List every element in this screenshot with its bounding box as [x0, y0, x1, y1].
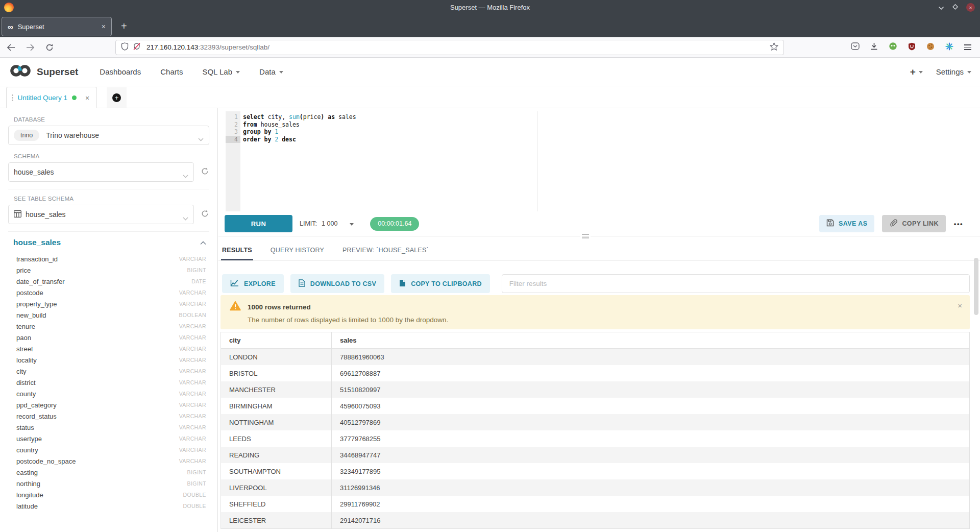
- nav-item-dashboards[interactable]: Dashboards: [100, 67, 141, 76]
- settings-menu[interactable]: Settings: [936, 67, 971, 76]
- results-tab-query-history[interactable]: QUERY HISTORY: [270, 247, 325, 260]
- forward-icon[interactable]: [26, 44, 35, 51]
- database-select[interactable]: trino Trino warehouse: [8, 126, 209, 145]
- results-tab-preview-house-sales[interactable]: PREVIEW: `HOUSE_SALES`: [341, 247, 430, 260]
- results-tab-results[interactable]: RESULTS: [221, 247, 253, 260]
- schema-select[interactable]: house_sales: [8, 162, 194, 182]
- run-button[interactable]: RUN: [225, 215, 292, 232]
- table-column-row[interactable]: new_buildBOOLEAN: [8, 309, 209, 321]
- downloads-icon[interactable]: [870, 42, 878, 52]
- new-query-tab-zone[interactable]: +: [107, 87, 127, 108]
- table-column-row[interactable]: cityVARCHAR: [8, 366, 209, 377]
- editor-code-line[interactable]: select city, sum(price) as sales: [243, 113, 980, 121]
- connection-not-secure-icon[interactable]: [133, 42, 141, 53]
- browser-tab[interactable]: ∞ Superset ×: [2, 17, 112, 36]
- table-column-row[interactable]: longitudeDOUBLE: [8, 489, 209, 500]
- table-row[interactable]: LEEDS37779768255: [221, 430, 969, 447]
- pocket-icon[interactable]: [851, 42, 860, 53]
- table-column-row[interactable]: priceBIGINT: [8, 264, 209, 276]
- explore-button[interactable]: EXPLORE: [222, 274, 284, 293]
- add-query-tab-icon[interactable]: +: [112, 93, 121, 102]
- table-row[interactable]: LEICESTER29142071716: [221, 512, 969, 528]
- table-column-row[interactable]: ppd_categoryVARCHAR: [8, 399, 209, 410]
- alert-close-icon[interactable]: ×: [958, 301, 962, 310]
- table-schema-heading[interactable]: house_sales: [13, 238, 61, 247]
- table-row[interactable]: SHEFFIELD29911769902: [221, 496, 969, 512]
- more-actions-button[interactable]: •••: [954, 220, 963, 228]
- nav-item-charts[interactable]: Charts: [160, 67, 183, 76]
- reload-icon[interactable]: [45, 43, 54, 52]
- bookmark-star-icon[interactable]: [770, 42, 778, 53]
- splitter-grip-icon[interactable]: [580, 233, 591, 239]
- table-column-row[interactable]: latitudeDOUBLE: [8, 500, 209, 512]
- table-column-row[interactable]: record_statusVARCHAR: [8, 410, 209, 422]
- ublock-extension-icon[interactable]: [908, 42, 916, 53]
- query-tab-close-icon[interactable]: ×: [85, 94, 89, 102]
- filter-results-input[interactable]: [502, 274, 970, 293]
- table-column-row[interactable]: usertypeVARCHAR: [8, 433, 209, 444]
- table-column-row[interactable]: northingBIGINT: [8, 478, 209, 489]
- table-row[interactable]: READING34468947747: [221, 447, 969, 463]
- superset-logo[interactable]: [9, 63, 32, 80]
- window-maximize-button[interactable]: [952, 3, 959, 12]
- refresh-tables-icon[interactable]: [201, 209, 209, 220]
- table-column-row[interactable]: countryVARCHAR: [8, 444, 209, 455]
- table-column-row[interactable]: localityVARCHAR: [8, 354, 209, 366]
- table-column-row[interactable]: postcode_no_spaceVARCHAR: [8, 455, 209, 467]
- editor-code[interactable]: select city, sum(price) as salesfrom hou…: [243, 111, 980, 143]
- table-column-row[interactable]: countyVARCHAR: [8, 388, 209, 399]
- header-cell-city[interactable]: city: [221, 332, 332, 348]
- header-cell-sales[interactable]: sales: [332, 332, 969, 348]
- nav-item-sql-lab[interactable]: SQL Lab: [202, 67, 240, 76]
- table-row[interactable]: NOTTINGHAM40512797869: [221, 414, 969, 430]
- brand-name[interactable]: Superset: [37, 66, 78, 78]
- tracking-protection-shield-icon[interactable]: [121, 42, 129, 53]
- query-tab-title[interactable]: Untitled Query 1: [18, 94, 68, 102]
- nav-item-data[interactable]: Data: [259, 67, 283, 76]
- query-tab[interactable]: Untitled Query 1 ×: [6, 87, 97, 108]
- new-tab-button[interactable]: +: [121, 21, 127, 31]
- table-column-row[interactable]: eastingBIGINT: [8, 467, 209, 478]
- table-column-row[interactable]: transaction_idVARCHAR: [8, 253, 209, 264]
- table-column-row[interactable]: postcodeVARCHAR: [8, 287, 209, 298]
- drag-handle-icon[interactable]: [12, 94, 13, 101]
- menu-icon[interactable]: [964, 44, 971, 50]
- table-column-row[interactable]: tenureVARCHAR: [8, 321, 209, 332]
- table-row[interactable]: BIRMINGHAM45960075093: [221, 398, 969, 414]
- editor-code-line[interactable]: group by 1: [243, 128, 980, 136]
- table-row[interactable]: MANCHESTER51510820997: [221, 381, 969, 398]
- limit-dropdown[interactable]: LIMIT: 1 000: [300, 220, 354, 227]
- download-csv-button[interactable]: DOWNLOAD TO CSV: [290, 274, 384, 293]
- scrollbar-thumb[interactable]: [974, 258, 978, 315]
- refresh-schema-icon[interactable]: [201, 167, 209, 178]
- save-as-button[interactable]: SAVE AS: [819, 215, 874, 232]
- url-bar[interactable]: 217.160.120.143:32393/superset/sqllab/: [115, 40, 784, 55]
- sparkle-extension-icon[interactable]: [945, 42, 953, 53]
- table-column-row[interactable]: date_of_transferDATE: [8, 276, 209, 287]
- table-column-row[interactable]: districtVARCHAR: [8, 377, 209, 388]
- window-minimize-button[interactable]: [938, 3, 944, 12]
- copy-link-button[interactable]: COPY LINK: [882, 215, 945, 232]
- table-row[interactable]: LIVERPOOL31126991346: [221, 479, 969, 496]
- table-select[interactable]: house_sales: [8, 205, 194, 224]
- table-row[interactable]: SOUTHAMPTON32349177895: [221, 463, 969, 479]
- collapse-table-icon[interactable]: [200, 238, 206, 247]
- editor-code-line[interactable]: from house_sales: [243, 121, 980, 129]
- window-close-button[interactable]: ×: [966, 3, 975, 12]
- editor-code-line[interactable]: order by 2 desc: [243, 136, 980, 143]
- table-row[interactable]: BRISTOL69612708887: [221, 365, 969, 381]
- column-name: record_status: [16, 413, 57, 420]
- column-name: postcode_no_space: [16, 457, 76, 465]
- table-column-row[interactable]: streetVARCHAR: [8, 343, 209, 354]
- table-column-row[interactable]: statusVARCHAR: [8, 422, 209, 433]
- cookie-extension-icon[interactable]: [926, 42, 935, 53]
- table-row[interactable]: LONDON788861960063: [221, 349, 969, 365]
- table-column-row[interactable]: paonVARCHAR: [8, 332, 209, 343]
- new-item-button[interactable]: +: [910, 67, 923, 77]
- back-icon[interactable]: [7, 44, 15, 51]
- table-column-row[interactable]: property_typeVARCHAR: [8, 298, 209, 309]
- tab-close-icon[interactable]: ×: [102, 22, 106, 31]
- privacy-mask-extension-icon[interactable]: [889, 42, 897, 53]
- copy-to-clipboard-button[interactable]: COPY TO CLIPBOARD: [391, 274, 490, 293]
- sql-editor[interactable]: 1234 select city, sum(price) as salesfro…: [218, 111, 980, 211]
